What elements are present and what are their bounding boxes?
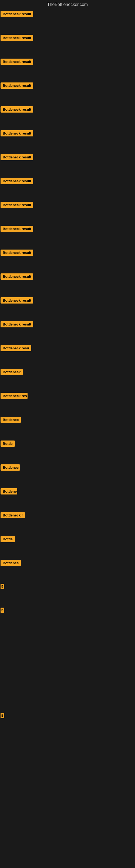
bottleneck-item-8: Bottleneck result: [0, 175, 135, 199]
bottleneck-item-12: Bottleneck result: [0, 271, 135, 294]
bottleneck-badge-24[interactable]: Bottlenec: [1, 560, 21, 566]
bottleneck-badge-1[interactable]: Bottleneck result: [1, 11, 33, 17]
bottleneck-badge-2[interactable]: Bottleneck result: [1, 35, 33, 41]
bottleneck-badge-14[interactable]: Bottleneck result: [1, 321, 33, 328]
bottleneck-badge-23[interactable]: Bottle: [1, 536, 15, 542]
bottleneck-badge-22[interactable]: Bottleneck r: [1, 512, 25, 518]
bottleneck-badge-8[interactable]: Bottleneck result: [1, 178, 33, 184]
bottleneck-badge-4[interactable]: Bottleneck result: [1, 83, 33, 89]
bottleneck-badge-25[interactable]: B: [1, 584, 4, 589]
bottleneck-item-18: Bottlenec: [0, 414, 135, 438]
bottleneck-item-11: Bottleneck result: [0, 247, 135, 271]
bottleneck-item-6: Bottleneck result: [0, 127, 135, 151]
bottleneck-badge-26[interactable]: B: [1, 608, 4, 613]
spacer-1: [0, 815, 135, 839]
bottleneck-item-20: Bottlenec: [0, 462, 135, 486]
bottleneck-badge-17[interactable]: Bottleneck res: [1, 393, 28, 399]
empty-gap-1: [0, 629, 135, 710]
bottleneck-badge-21[interactable]: Bottlene: [1, 488, 17, 495]
bottleneck-badge-15[interactable]: Bottleneck resu: [1, 345, 31, 351]
bottleneck-item-23: Bottle: [0, 533, 135, 557]
bottleneck-item-13: Bottleneck result: [0, 294, 135, 318]
site-title: TheBottlenecker.com: [0, 0, 135, 8]
bottleneck-item-15: Bottleneck resu: [0, 342, 135, 366]
bottleneck-item-3: Bottleneck result: [0, 56, 135, 80]
bottleneck-badge-18[interactable]: Bottlenec: [1, 416, 21, 423]
bottleneck-item-9: Bottleneck result: [0, 199, 135, 223]
empty-gap-2: [0, 734, 135, 815]
bottleneck-badge-16[interactable]: Bottleneck: [1, 369, 23, 375]
bottleneck-badge-6[interactable]: Bottleneck result: [1, 130, 33, 136]
spacer-2: [0, 839, 135, 863]
spacer-3: [0, 863, 135, 868]
bottleneck-item-24: Bottlenec: [0, 557, 135, 581]
late-bottleneck-badge[interactable]: B: [1, 713, 4, 718]
late-bottleneck-item: B: [0, 710, 135, 734]
bottleneck-badge-3[interactable]: Bottleneck result: [1, 59, 33, 65]
bottleneck-badge-9[interactable]: Bottleneck result: [1, 202, 33, 208]
bottleneck-badge-12[interactable]: Bottleneck result: [1, 273, 33, 280]
bottleneck-badge-10[interactable]: Bottleneck result: [1, 226, 33, 232]
bottleneck-badge-19[interactable]: Bottle: [1, 440, 15, 447]
bottleneck-badge-5[interactable]: Bottleneck result: [1, 106, 33, 113]
bottleneck-item-21: Bottlene: [0, 486, 135, 509]
bottleneck-item-1: Bottleneck result: [0, 8, 135, 32]
bottleneck-badge-7[interactable]: Bottleneck result: [1, 154, 33, 160]
bottleneck-item-22: Bottleneck r: [0, 509, 135, 533]
bottleneck-item-17: Bottleneck res: [0, 390, 135, 414]
bottleneck-item-10: Bottleneck result: [0, 223, 135, 247]
page-container: TheBottlenecker.com Bottleneck resultBot…: [0, 0, 135, 868]
bottleneck-item-4: Bottleneck result: [0, 80, 135, 104]
bottleneck-item-25: B: [0, 581, 135, 605]
bottleneck-item-16: Bottleneck: [0, 366, 135, 390]
bottleneck-badge-13[interactable]: Bottleneck result: [1, 297, 33, 304]
bottleneck-item-5: Bottleneck result: [0, 104, 135, 127]
bottleneck-badge-11[interactable]: Bottleneck result: [1, 250, 33, 256]
bottleneck-item-7: Bottleneck result: [0, 151, 135, 175]
bottleneck-badge-20[interactable]: Bottlenec: [1, 464, 20, 471]
bottleneck-item-19: Bottle: [0, 438, 135, 462]
bottleneck-item-26: B: [0, 605, 135, 629]
bottleneck-item-14: Bottleneck result: [0, 318, 135, 342]
bottleneck-item-2: Bottleneck result: [0, 32, 135, 56]
